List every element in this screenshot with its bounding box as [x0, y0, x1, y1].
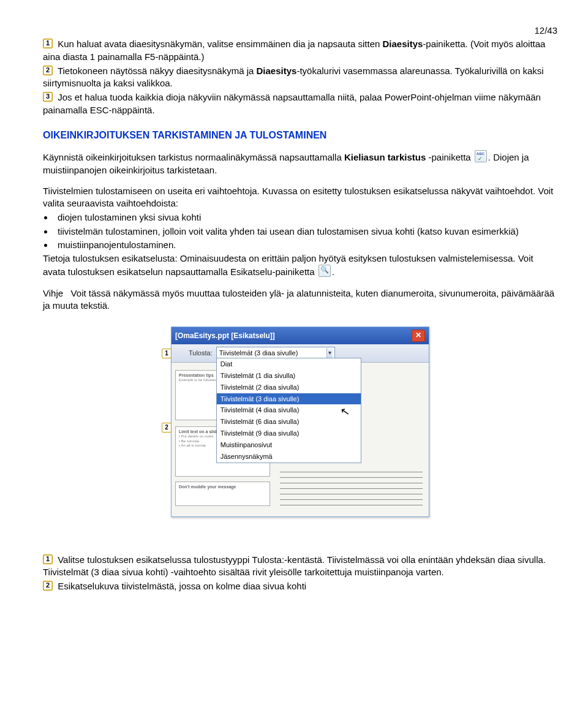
- para1-bold: Kieliasun tarkistus: [344, 152, 426, 162]
- dropdown-option-selected[interactable]: Tiivistelmät (3 diaa sivulle): [217, 393, 361, 405]
- close-icon[interactable]: ✕: [412, 330, 425, 342]
- step-3-text: Jos et halua tuoda kaikkia dioja näkyvii…: [43, 92, 541, 115]
- step-1-bold: Diaesitys: [382, 39, 423, 49]
- para1-a: Käynnistä oikeinkirjoituksen tarkistus n…: [43, 152, 344, 162]
- embedded-screenshot: [OmaEsitys.ppt [Esikatselu]] ✕ 1 Tulosta…: [43, 327, 557, 517]
- slide-thumb-3: Don't muddle your message: [175, 482, 270, 506]
- list-item: muistiinpanojentulostaminen.: [54, 239, 557, 251]
- step-1-text-a: Kun haluat avata diaesitysnäkymän, valit…: [58, 39, 382, 49]
- hint-label: Vihje: [43, 288, 63, 298]
- dropdown-option[interactable]: Diat: [217, 358, 361, 370]
- print-preview-icon: [318, 265, 331, 277]
- bullet-3-icon: 3: [43, 92, 53, 102]
- toolbar: 1 Tulosta: Tiivistelmät (3 diaa sivulle)…: [172, 344, 429, 363]
- callout-1-icon: 1: [162, 349, 172, 358]
- footnote-2-text: Esikatselukuva tiivistelmästä, jossa on …: [58, 581, 306, 591]
- bullet-2-icon: 2: [43, 581, 53, 591]
- step-2: 2 Tietokoneen näytössä näkyy diaesitysnä…: [43, 65, 557, 90]
- step-1: 1 Kun haluat avata diaesitysnäkymän, val…: [43, 38, 557, 63]
- dropdown-option[interactable]: Tiivistelmät (1 dia sivulla): [217, 370, 361, 382]
- para3-a: Tietoja tulostuksen esikatselusta: Omina…: [43, 253, 533, 277]
- page-number: 12/43: [43, 25, 557, 37]
- section-heading: OIKEINKIRJOITUKSEN TARKISTAMINEN JA TULO…: [43, 129, 557, 142]
- footnote-2: 2 Esikatselukuva tiivistelmästä, jossa o…: [43, 580, 557, 592]
- print-field-label: Tulosta:: [189, 349, 213, 358]
- paragraph-preview: Tietoja tulostuksen esikatselusta: Omina…: [43, 252, 557, 279]
- step-2-bold: Diaesitys: [257, 66, 297, 76]
- paragraph-spellcheck: Käynnistä oikeinkirjoituksen tarkistus n…: [43, 150, 557, 176]
- intro-steps: 1 Kun haluat avata diaesitysnäkymän, val…: [43, 38, 557, 116]
- step-3: 3 Jos et halua tuoda kaikkia dioja näkyv…: [43, 91, 557, 116]
- callout-2-icon: 2: [162, 423, 172, 433]
- dropdown-option[interactable]: Tiivistelmät (9 diaa sivulla): [217, 428, 361, 439]
- dropdown-option[interactable]: Tiivistelmät (2 diaa sivulla): [217, 382, 361, 393]
- spellcheck-icon: [475, 150, 487, 162]
- paragraph-print-options: Tiivistelmien tulostamiseen on useita er…: [43, 185, 557, 210]
- list-item: diojen tulostaminen yksi sivua kohti: [54, 211, 557, 224]
- bullet-2-icon: 2: [43, 66, 53, 75]
- window-title: [OmaEsitys.ppt [Esikatselu]]: [175, 331, 275, 341]
- para3-b: .: [332, 266, 334, 277]
- footnote-1-text: Valitse tulostuksen esikatselussa tulost…: [43, 554, 546, 577]
- dropdown-option[interactable]: Tiivistelmät (6 diaa sivulla): [217, 416, 361, 428]
- window-titlebar: [OmaEsitys.ppt [Esikatselu]] ✕: [172, 327, 429, 344]
- bullet-1-icon: 1: [43, 554, 53, 564]
- para1-b: -painiketta: [426, 152, 473, 162]
- thumb-title: Don't muddle your message: [179, 485, 266, 489]
- print-dropdown-list[interactable]: Diat Tiivistelmät (1 dia sivulla) Tiivis…: [216, 358, 361, 463]
- dropdown-option[interactable]: Muistiinpanosivut: [217, 439, 361, 451]
- list-item: tiivistelmän tulostaminen, jolloin voit …: [54, 225, 557, 238]
- footnote-1: 1 Valitse tulostuksen esikatselussa tulo…: [43, 554, 557, 579]
- bullet-1-icon: 1: [43, 39, 53, 48]
- print-options-list: diojen tulostaminen yksi sivua kohti tii…: [54, 211, 557, 251]
- hint-paragraph: Vihje Voit tässä näkymässä myös muuttaa …: [43, 287, 557, 312]
- dropdown-option[interactable]: Jäsennysnäkymä: [217, 451, 361, 463]
- hint-text: Voit tässä näkymässä myös muuttaa tulost…: [43, 288, 554, 311]
- step-2-text-a: Tietokoneen näytössä näkyy diaesitysnäky…: [58, 66, 257, 76]
